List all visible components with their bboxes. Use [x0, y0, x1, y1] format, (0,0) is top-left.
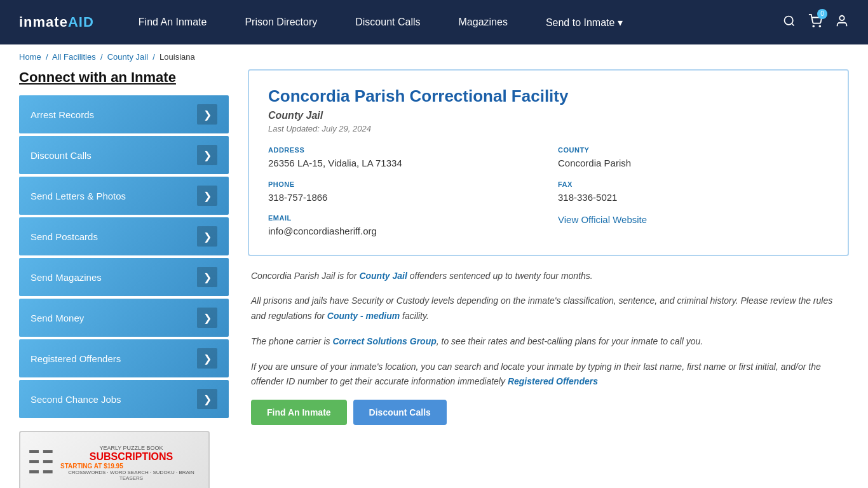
facility-type: County Jail	[268, 110, 829, 121]
website-block: View Official Website	[558, 214, 829, 239]
find-inmate-button[interactable]: Find An Inmate	[251, 400, 347, 425]
address-label: ADDRESS	[268, 146, 539, 154]
sidebar-item-send-postcards[interactable]: Send Postcards ❯	[19, 217, 229, 255]
breadcrumb: Home / All Facilities / County Jail / Lo…	[0, 44, 868, 69]
discount-calls-button[interactable]: Discount Calls	[353, 400, 447, 425]
info-grid: ADDRESS 26356 LA-15, Vidalia, LA 71334 C…	[268, 146, 829, 239]
address-block: ADDRESS 26356 LA-15, Vidalia, LA 71334	[268, 146, 539, 171]
svg-point-0	[785, 16, 793, 24]
fax-block: FAX 318-336-5021	[558, 180, 829, 205]
header-icons: 0	[783, 14, 849, 31]
nav-send-to-inmate[interactable]: Send to Inmate ▾	[527, 17, 642, 29]
bottom-buttons: Find An Inmate Discount Calls	[251, 400, 846, 425]
nav-magazines[interactable]: Magazines	[440, 17, 527, 28]
arrow-icon-7: ❯	[197, 389, 217, 409]
fax-value: 318-336-5021	[558, 191, 829, 205]
sidebar-item-send-magazines[interactable]: Send Magazines ❯	[19, 258, 229, 296]
sidebar: Connect with an Inmate Arrest Records ❯ …	[19, 69, 229, 488]
search-icon[interactable]	[783, 15, 796, 30]
breadcrumb-state: Louisiana	[159, 52, 195, 62]
nav-find-inmate[interactable]: Find An Inmate	[119, 17, 226, 28]
arrow-icon-3: ❯	[197, 226, 217, 247]
fax-label: FAX	[558, 180, 829, 188]
address-value: 26356 LA-15, Vidalia, LA 71334	[268, 156, 539, 171]
header: inmateAID Find An Inmate Prison Director…	[0, 0, 868, 44]
ad-line1: YEARLY PUZZLE BOOK	[60, 445, 202, 451]
county-label: COUNTY	[558, 146, 829, 154]
desc-para-1: Concordia Parish Jail is for County Jail…	[251, 269, 846, 284]
breadcrumb-county-jail[interactable]: County Jail	[107, 52, 148, 62]
sidebar-item-second-chance-jobs[interactable]: Second Chance Jobs ❯	[19, 380, 229, 418]
svg-point-3	[819, 25, 820, 27]
sidebar-item-registered-offenders[interactable]: Registered Offenders ❯	[19, 339, 229, 377]
email-value: info@concordiasheriff.org	[268, 224, 539, 239]
cart-badge: 0	[817, 9, 827, 19]
email-block: EMAIL info@concordiasheriff.org	[268, 214, 539, 239]
main-content: Concordia Parish Correctional Facility C…	[248, 69, 849, 488]
arrow-icon-5: ❯	[197, 308, 217, 328]
county-jail-link[interactable]: County Jail	[359, 271, 407, 281]
nav-prison-directory[interactable]: Prison Directory	[226, 17, 336, 28]
email-label: EMAIL	[268, 214, 539, 222]
arrow-icon-2: ❯	[197, 186, 217, 206]
facility-updated: Last Updated: July 29, 2024	[268, 124, 829, 133]
nav-discount-calls[interactable]: Discount Calls	[336, 17, 439, 28]
svg-point-4	[839, 15, 844, 20]
county-value: Concordia Parish	[558, 156, 829, 171]
sidebar-item-discount-calls[interactable]: Discount Calls ❯	[19, 136, 229, 174]
breadcrumb-home[interactable]: Home	[19, 52, 41, 62]
logo-text: inmateAID	[19, 14, 94, 30]
phone-label: PHONE	[268, 180, 539, 188]
ad-text-block: YEARLY PUZZLE BOOK SUBSCRIPTIONS STARTIN…	[60, 445, 202, 481]
desc-para-4: If you are unsure of your inmate's locat…	[251, 360, 846, 390]
county-block: COUNTY Concordia Parish	[558, 146, 829, 171]
cart-icon[interactable]: 0	[808, 14, 822, 31]
arrow-icon-6: ❯	[197, 348, 217, 369]
sidebar-item-send-letters[interactable]: Send Letters & Photos ❯	[19, 177, 229, 215]
ad-line3: STARTING AT $19.95	[60, 463, 202, 470]
ad-banner[interactable]: ☷ YEARLY PUZZLE BOOK SUBSCRIPTIONS START…	[19, 431, 210, 488]
sidebar-menu: Arrest Records ❯ Discount Calls ❯ Send L…	[19, 95, 229, 418]
website-link[interactable]: View Official Website	[558, 214, 647, 225]
description: Concordia Parish Jail is for County Jail…	[248, 269, 849, 426]
desc-para-2: All prisons and jails have Security or C…	[251, 294, 846, 324]
svg-point-2	[813, 25, 814, 27]
arrow-icon-4: ❯	[197, 267, 217, 287]
puzzle-icon: ☷	[27, 444, 55, 481]
desc-para-3: The phone carrier is Correct Solutions G…	[251, 334, 846, 349]
breadcrumb-all-facilities[interactable]: All Facilities	[52, 52, 96, 62]
logo[interactable]: inmateAID	[19, 14, 94, 30]
ad-line2: SUBSCRIPTIONS	[60, 451, 202, 463]
carrier-link[interactable]: Correct Solutions Group	[332, 336, 436, 346]
sidebar-item-arrest-records[interactable]: Arrest Records ❯	[19, 95, 229, 133]
phone-block: PHONE 318-757-1866	[268, 180, 539, 205]
facility-name: Concordia Parish Correctional Facility	[268, 86, 829, 106]
county-medium-link[interactable]: County - medium	[327, 311, 400, 321]
main-nav: Find An Inmate Prison Directory Discount…	[119, 17, 783, 29]
arrow-icon-0: ❯	[197, 104, 217, 125]
facility-card: Concordia Parish Correctional Facility C…	[248, 69, 849, 256]
user-icon[interactable]	[835, 14, 849, 31]
phone-value: 318-757-1866	[268, 191, 539, 205]
sidebar-item-send-money[interactable]: Send Money ❯	[19, 299, 229, 337]
sidebar-title: Connect with an Inmate	[19, 69, 229, 86]
arrow-icon-1: ❯	[197, 145, 217, 165]
registered-offenders-link[interactable]: Registered Offenders	[508, 376, 598, 386]
ad-line4: CROSSWORDS · WORD SEARCH · SUDOKU · BRAI…	[60, 470, 202, 481]
main-layout: Connect with an Inmate Arrest Records ❯ …	[0, 69, 868, 488]
svg-line-1	[792, 23, 794, 25]
